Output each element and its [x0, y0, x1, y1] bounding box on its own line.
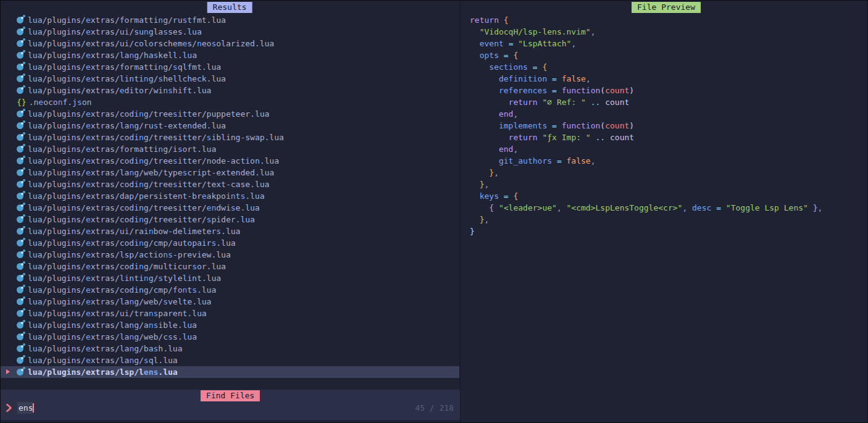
lua-file-icon [17, 169, 23, 176]
code-line: definition = false, [470, 73, 822, 85]
result-row[interactable]: lua/plugins/extras/coding/cmp/fonts.lua [1, 284, 460, 296]
prompt-chevron-icon [6, 404, 12, 412]
file-path: lua/plugins/extras/linting/shellcheck.lu… [28, 74, 226, 83]
lua-file-icon [17, 40, 23, 47]
result-row[interactable]: lua/plugins/extras/lang/ansible.lua [1, 319, 460, 331]
result-row[interactable]: lua/plugins/extras/ui/sunglasses.lua [1, 26, 460, 38]
code-line: } [470, 225, 822, 237]
json-file-icon: {} [17, 98, 27, 107]
result-row[interactable]: lua/plugins/extras/coding/treesitter/tex… [1, 178, 460, 190]
code-line: { "<leader>ue", "<cmd>LspLensToggle<cr>"… [470, 202, 822, 214]
file-path: lua/plugins/extras/coding/cmp/fonts.lua [28, 285, 216, 295]
lua-file-icon [17, 310, 23, 317]
file-path: lua/plugins/extras/coding/treesitter/spi… [28, 215, 255, 224]
lua-file-icon [17, 157, 23, 164]
result-row[interactable]: lua/plugins/extras/lang/haskell.lua [1, 49, 460, 61]
file-path: lua/plugins/extras/editor/winshift.lua [28, 86, 211, 95]
search-input[interactable]: ens [6, 402, 377, 414]
code-line: }, [470, 167, 822, 178]
file-path: lua/plugins/extras/lang/ansible.lua [28, 320, 197, 330]
preview-pane: return { "VidocqH/lsp-lens.nvim", event … [461, 1, 868, 423]
result-row[interactable]: lua/plugins/extras/formatting/isort.lua [1, 143, 460, 155]
file-path: lua/plugins/extras/formatting/rustfmt.lu… [28, 15, 226, 25]
result-row[interactable]: lua/plugins/extras/dap/persistent-breakp… [1, 190, 460, 202]
lua-file-icon [17, 52, 23, 59]
find-files-title-badge: Find Files [201, 390, 260, 401]
file-path: lua/plugins/extras/coding/treesitter/tex… [28, 180, 269, 189]
lua-file-icon [17, 134, 23, 141]
code-line: keys = { [470, 190, 822, 202]
result-row[interactable]: lua/plugins/extras/formatting/sqlfmt.lua [1, 61, 460, 73]
lua-file-icon [17, 193, 23, 199]
file-path: lua/plugins/extras/coding/cmp/autopairs.… [28, 238, 236, 248]
result-row[interactable]: lua/plugins/extras/ui/rainbow-delimeters… [1, 225, 460, 237]
result-row[interactable]: lua/plugins/extras/coding/treesitter/pup… [1, 108, 460, 120]
code-line: sections = { [470, 61, 822, 73]
lua-file-icon [17, 122, 23, 129]
result-row[interactable]: lua/plugins/extras/formatting/rustfmt.lu… [1, 14, 460, 26]
file-path: lua/plugins/extras/lang/haskell.lua [28, 51, 197, 60]
result-row[interactable]: lua/plugins/extras/coding/treesitter/nod… [1, 155, 460, 167]
lua-file-icon [17, 357, 23, 364]
result-row[interactable]: lua/plugins/extras/lang/web/typescript-e… [1, 167, 460, 178]
result-row[interactable]: lua/plugins/extras/lang/web/svelte.lua [1, 296, 460, 308]
prompt-bar[interactable]: Find Files ens 45 / 218 [1, 390, 460, 420]
lua-file-icon [17, 17, 23, 23]
file-path: lua/plugins/extras/lsp/lens.lua [28, 367, 178, 377]
result-row[interactable]: lua/plugins/extras/ui/colorschemes/neoso… [1, 38, 460, 49]
file-path: lua/plugins/extras/formatting/isort.lua [28, 144, 216, 154]
results-list: lua/plugins/extras/formatting/rustfmt.lu… [1, 14, 460, 378]
result-row[interactable]: lua/plugins/extras/coding/multicursor.lu… [1, 261, 460, 272]
result-row[interactable]: lua/plugins/extras/editor/winshift.lua [1, 85, 460, 96]
result-row[interactable]: lua/plugins/extras/coding/cmp/autopairs.… [1, 237, 460, 249]
lua-file-icon [17, 87, 23, 94]
file-path: lua/plugins/extras/coding/treesitter/sib… [28, 133, 284, 142]
lua-file-icon [17, 181, 23, 188]
lua-file-icon [17, 263, 23, 270]
result-row[interactable]: lua/plugins/extras/lsp/lens.lua [1, 366, 460, 378]
file-path: lua/plugins/extras/dap/persistent-breakp… [28, 191, 265, 201]
file-path: lua/plugins/extras/lang/web/svelte.lua [28, 297, 211, 306]
file-path: lua/plugins/extras/lang/web/css.lua [28, 332, 197, 341]
code-line: references = function(count) [470, 85, 822, 96]
lua-file-icon [17, 28, 23, 35]
result-row[interactable]: lua/plugins/extras/ui/transparent.lua [1, 308, 460, 319]
result-row[interactable]: lua/plugins/extras/linting/shellcheck.lu… [1, 73, 460, 85]
result-row[interactable]: lua/plugins/extras/lang/bash.lua [1, 343, 460, 354]
file-path: lua/plugins/extras/lang/rust-extended.lu… [28, 121, 226, 130]
lua-file-icon [17, 216, 23, 223]
lua-file-icon [17, 322, 23, 329]
code-line: event = "LspAttach", [470, 38, 822, 49]
file-path: lua/plugins/extras/lang/sql.lua [28, 356, 178, 365]
lua-file-icon [17, 75, 23, 82]
lua-file-icon [17, 369, 23, 375]
result-row[interactable]: lua/plugins/extras/coding/treesitter/end… [1, 202, 460, 214]
lua-file-icon [17, 333, 23, 340]
file-path: lua/plugins/extras/ui/transparent.lua [28, 309, 207, 318]
file-preview-title-badge: File Preview [632, 2, 701, 13]
code-line: return { [470, 14, 822, 26]
result-row[interactable]: lua/plugins/extras/linting/stylelint.lua [1, 272, 460, 284]
lua-file-icon [17, 345, 23, 352]
result-row[interactable]: {}.neoconf.json [1, 96, 460, 108]
lua-file-icon [17, 275, 23, 282]
file-path: lua/plugins/extras/coding/multicursor.lu… [28, 262, 226, 271]
telescope-find-files-window: Results lua/plugins/extras/formatting/ru… [0, 0, 868, 423]
lua-file-icon [17, 146, 23, 153]
result-row[interactable]: lua/plugins/extras/lang/web/css.lua [1, 331, 460, 343]
result-row[interactable]: lua/plugins/extras/lang/rust-extended.lu… [1, 120, 460, 132]
lua-file-icon [17, 111, 23, 117]
result-row[interactable]: lua/plugins/extras/lsp/actions-preview.l… [1, 249, 460, 261]
code-line: end, [470, 108, 822, 120]
code-line: git_authors = false, [470, 155, 822, 167]
search-query-text: ens [17, 402, 33, 414]
lua-file-icon [17, 240, 23, 246]
code-line: return "ƒx Imp: " .. count [470, 132, 822, 143]
result-row[interactable]: lua/plugins/extras/lang/sql.lua [1, 354, 460, 366]
lua-file-icon [17, 64, 23, 70]
result-row[interactable]: lua/plugins/extras/coding/treesitter/sib… [1, 132, 460, 143]
result-row[interactable]: lua/plugins/extras/coding/treesitter/spi… [1, 214, 460, 225]
code-line: end, [470, 143, 822, 155]
file-path: .neoconf.json [29, 98, 92, 107]
file-path: lua/plugins/extras/coding/treesitter/nod… [28, 156, 279, 165]
